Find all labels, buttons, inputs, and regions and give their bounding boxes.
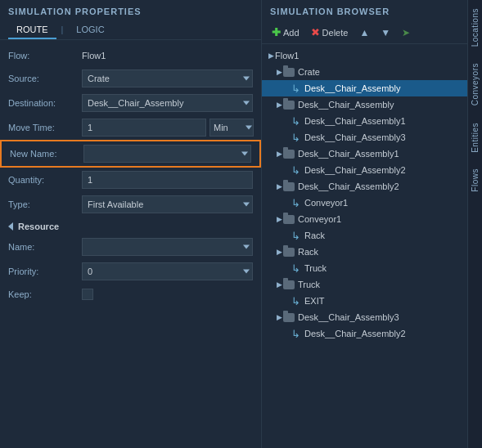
- tree-item-rack-child[interactable]: ↳ Rack: [262, 227, 467, 244]
- resource-keep-checkbox[interactable]: [82, 289, 93, 300]
- side-tab-conveyors[interactable]: Conveyors: [468, 55, 482, 114]
- tree-item-exit-child[interactable]: ↳ EXIT: [262, 293, 467, 309]
- form-content: Flow: Flow1 Source: Crate Destination: D…: [0, 40, 261, 448]
- resource-priority-label: Priority:: [8, 267, 82, 276]
- expand-dca3-grp: ▶: [275, 313, 283, 321]
- simulation-properties-panel: SIMULATION PROPERTIES ROUTE | LOGIC Flow…: [0, 0, 262, 448]
- new-name-label: New Name:: [10, 149, 83, 159]
- tree-label-exit-child: EXIT: [304, 296, 324, 306]
- expand-rack-grp: ▶: [275, 248, 283, 256]
- tree-item-desk-chair-assembly1[interactable]: ↳ Desk__Chair_Assembly1: [262, 113, 467, 129]
- tree-item-rack-grp[interactable]: ▶ Rack: [262, 244, 467, 260]
- resource-priority-select[interactable]: 0 1 2: [82, 262, 253, 280]
- tab-route[interactable]: ROUTE: [8, 21, 56, 39]
- folder-icon-truck: [283, 280, 295, 289]
- tree-label-dca3: Desk__Chair_Assembly3: [304, 132, 406, 142]
- tree-item-dca2-child[interactable]: ↳ Desk__Chair_Assembly2: [262, 162, 467, 178]
- expand-truck-grp: ▶: [275, 280, 283, 289]
- tree-item-truck-grp[interactable]: ▶ Truck: [262, 276, 467, 293]
- add-label: Add: [283, 28, 300, 38]
- new-name-select[interactable]: [83, 145, 251, 163]
- tree-label-flow1: Flow1: [275, 51, 299, 60]
- resource-keep-label: Keep:: [8, 289, 82, 299]
- side-tab-entities[interactable]: Entities: [468, 114, 482, 161]
- expand-flow1: ▶: [267, 52, 275, 60]
- resource-section-header[interactable]: Resource: [0, 217, 261, 235]
- tree-item-dca2-child2[interactable]: ↳ Desk__Chair_Assembly2: [262, 325, 467, 342]
- tree-item-desk-chair-assembly[interactable]: ↳ Desk__Chair_Assembly: [262, 80, 467, 96]
- tree-item-dca1-grp[interactable]: ▶ Desk__Chair_Assembly1: [262, 146, 467, 162]
- source-row: Source: Crate: [0, 66, 261, 91]
- resource-expand-icon: [8, 222, 13, 231]
- up-arrow-icon: ▲: [359, 27, 369, 38]
- tree-label-crate: Crate: [298, 67, 320, 77]
- down-arrow-icon: ▼: [381, 27, 390, 38]
- delete-label: Delete: [322, 28, 349, 38]
- move-time-unit-select[interactable]: Min Sec Hr: [209, 119, 254, 137]
- browser-main: SIMULATION BROWSER ✚ Add ✖ Delete ▲ ▼ ➤: [262, 0, 467, 448]
- child-icon-conveyor1: ↳: [291, 198, 301, 208]
- add-icon: ✚: [272, 26, 281, 38]
- tree-item-conveyor1-grp[interactable]: ▶ Conveyor1: [262, 211, 467, 227]
- new-name-select-wrapper: [83, 145, 251, 163]
- tab-logic[interactable]: LOGIC: [68, 21, 112, 39]
- type-select-wrapper: First Available Round Robin By Percent: [82, 195, 253, 213]
- new-name-row: New Name:: [0, 140, 261, 168]
- tab-divider: |: [60, 21, 65, 39]
- expand-dca1-grp: ▶: [275, 150, 283, 158]
- tree-item-conveyor1-child[interactable]: ↳ Conveyor1: [262, 195, 467, 211]
- move-down-button[interactable]: ▼: [377, 25, 394, 40]
- quantity-input[interactable]: [82, 171, 253, 189]
- type-select[interactable]: First Available Round Robin By Percent: [82, 195, 253, 213]
- tree-label-dca1-grp: Desk__Chair_Assembly1: [298, 149, 399, 159]
- child-icon-dca3: ↳: [291, 132, 301, 142]
- child-icon-desk-chair: ↳: [291, 83, 301, 93]
- tree-item-desk-chair-assembly-grp[interactable]: ▶ Desk__Chair_Assembly: [262, 96, 467, 113]
- child-icon-truck: ↳: [291, 263, 301, 273]
- resource-priority-row: Priority: 0 1 2: [0, 259, 261, 284]
- side-tab-locations[interactable]: Locations: [468, 0, 482, 55]
- source-label: Source:: [8, 74, 82, 83]
- child-icon-rack: ↳: [291, 231, 301, 240]
- tree-label-dca3-grp: Desk__Chair_Assembly3: [298, 312, 399, 322]
- folder-icon-conveyor1: [283, 215, 295, 224]
- child-icon-exit: ↳: [291, 296, 301, 306]
- source-select[interactable]: Crate: [82, 69, 253, 87]
- move-time-input[interactable]: [82, 119, 206, 137]
- tree-item-dca3-grp[interactable]: ▶ Desk__Chair_Assembly3: [262, 309, 467, 325]
- type-label: Type:: [8, 199, 82, 209]
- tree-label-desk-chair-grp: Desk__Chair_Assembly: [298, 100, 394, 110]
- resource-keep-row: Keep:: [0, 284, 261, 305]
- delete-button[interactable]: ✖ Delete: [308, 25, 352, 40]
- tree-label-desk-chair-assembly: Desk__Chair_Assembly: [304, 83, 400, 93]
- resource-name-select-wrapper: [82, 238, 253, 256]
- folder-icon-dca1: [283, 150, 295, 159]
- destination-label: Destination:: [8, 98, 82, 108]
- tree-label-dca2-child: Desk__Chair_Assembly2: [304, 165, 406, 175]
- add-button[interactable]: ✚ Add: [268, 25, 303, 40]
- move-up-button[interactable]: ▲: [356, 25, 372, 40]
- side-tabs: Locations Conveyors Entities Flows: [467, 0, 482, 448]
- browser-toolbar: ✚ Add ✖ Delete ▲ ▼ ➤: [262, 21, 467, 44]
- left-panel-title: SIMULATION PROPERTIES: [0, 0, 261, 21]
- side-tab-flows[interactable]: Flows: [468, 160, 482, 200]
- resource-section-title: Resource: [18, 222, 59, 231]
- source-select-wrapper: Crate: [82, 69, 253, 87]
- expand-crate: ▶: [275, 68, 283, 76]
- destination-select-wrapper: Desk__Chair_Assembly: [82, 94, 253, 112]
- flow-row: Flow: Flow1: [0, 45, 261, 66]
- tree-item-desk-chair-assembly3[interactable]: ↳ Desk__Chair_Assembly3: [262, 129, 467, 146]
- tree-label-rack-grp: Rack: [298, 247, 318, 257]
- tree-item-crate[interactable]: ▶ Crate: [262, 64, 467, 80]
- redo-icon: ➤: [402, 27, 410, 38]
- tree-item-dca2-grp[interactable]: ▶ Desk__Chair_Assembly2: [262, 178, 467, 195]
- type-row: Type: First Available Round Robin By Per…: [0, 192, 261, 217]
- child-icon-dca2: ↳: [291, 165, 301, 175]
- redo-button[interactable]: ➤: [399, 25, 413, 40]
- tree-item-truck-child[interactable]: ↳ Truck: [262, 260, 467, 276]
- delete-icon: ✖: [311, 26, 320, 38]
- tree-item-flow1[interactable]: ▶ Flow1: [262, 47, 467, 64]
- destination-select[interactable]: Desk__Chair_Assembly: [82, 94, 253, 112]
- resource-priority-select-wrapper: 0 1 2: [82, 262, 253, 280]
- resource-name-select[interactable]: [82, 238, 253, 256]
